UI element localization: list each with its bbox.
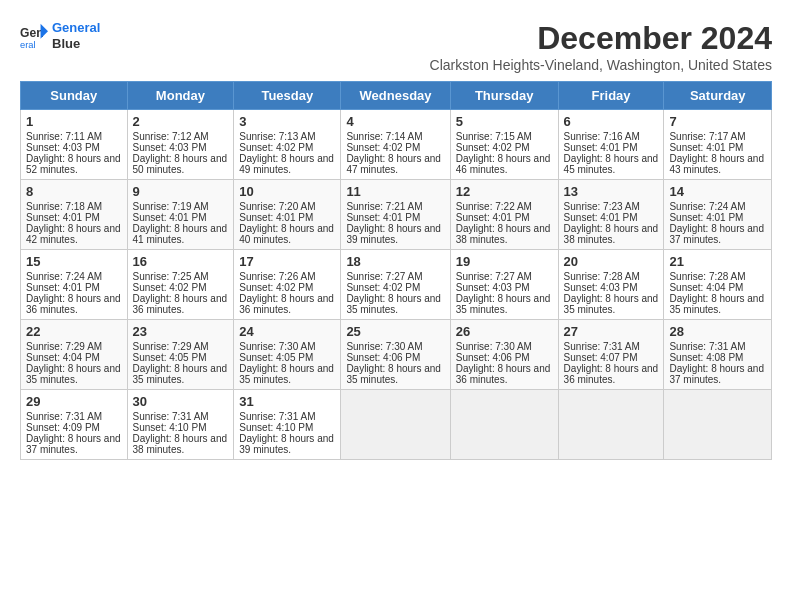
day-number: 20 xyxy=(564,254,659,269)
sunrise: Sunrise: 7:14 AM xyxy=(346,131,422,142)
sunrise: Sunrise: 7:18 AM xyxy=(26,201,102,212)
sunset: Sunset: 4:02 PM xyxy=(346,142,420,153)
sunrise: Sunrise: 7:22 AM xyxy=(456,201,532,212)
sunset: Sunset: 4:04 PM xyxy=(669,282,743,293)
day-number: 13 xyxy=(564,184,659,199)
table-row: 5Sunrise: 7:15 AMSunset: 4:02 PMDaylight… xyxy=(450,110,558,180)
location-subtitle: Clarkston Heights-Vineland, Washington, … xyxy=(430,57,772,73)
table-row: 24Sunrise: 7:30 AMSunset: 4:05 PMDayligh… xyxy=(234,320,341,390)
sunrise: Sunrise: 7:29 AM xyxy=(26,341,102,352)
day-number: 24 xyxy=(239,324,335,339)
sunrise: Sunrise: 7:12 AM xyxy=(133,131,209,142)
day-number: 2 xyxy=(133,114,229,129)
svg-marker-2 xyxy=(41,23,48,38)
table-row: 14Sunrise: 7:24 AMSunset: 4:01 PMDayligh… xyxy=(664,180,772,250)
table-row: 4Sunrise: 7:14 AMSunset: 4:02 PMDaylight… xyxy=(341,110,450,180)
col-monday: Monday xyxy=(127,82,234,110)
table-row: 27Sunrise: 7:31 AMSunset: 4:07 PMDayligh… xyxy=(558,320,664,390)
page-header: Gen eral General Blue December 2024 Clar… xyxy=(20,20,772,73)
sunset: Sunset: 4:02 PM xyxy=(456,142,530,153)
daylight: Daylight: 8 hours and 36 minutes. xyxy=(456,363,551,385)
sunrise: Sunrise: 7:20 AM xyxy=(239,201,315,212)
day-number: 10 xyxy=(239,184,335,199)
daylight: Daylight: 8 hours and 46 minutes. xyxy=(456,153,551,175)
table-row: 11Sunrise: 7:21 AMSunset: 4:01 PMDayligh… xyxy=(341,180,450,250)
table-row: 31Sunrise: 7:31 AMSunset: 4:10 PMDayligh… xyxy=(234,390,341,460)
table-row: 9Sunrise: 7:19 AMSunset: 4:01 PMDaylight… xyxy=(127,180,234,250)
sunset: Sunset: 4:10 PM xyxy=(133,422,207,433)
day-number: 1 xyxy=(26,114,122,129)
sunset: Sunset: 4:01 PM xyxy=(669,212,743,223)
calendar-header: Sunday Monday Tuesday Wednesday Thursday… xyxy=(21,82,772,110)
calendar-week-2: 8Sunrise: 7:18 AMSunset: 4:01 PMDaylight… xyxy=(21,180,772,250)
day-number: 14 xyxy=(669,184,766,199)
table-row: 7Sunrise: 7:17 AMSunset: 4:01 PMDaylight… xyxy=(664,110,772,180)
daylight: Daylight: 8 hours and 40 minutes. xyxy=(239,223,334,245)
table-row: 19Sunrise: 7:27 AMSunset: 4:03 PMDayligh… xyxy=(450,250,558,320)
table-row: 16Sunrise: 7:25 AMSunset: 4:02 PMDayligh… xyxy=(127,250,234,320)
table-row: 6Sunrise: 7:16 AMSunset: 4:01 PMDaylight… xyxy=(558,110,664,180)
table-row: 28Sunrise: 7:31 AMSunset: 4:08 PMDayligh… xyxy=(664,320,772,390)
title-block: December 2024 Clarkston Heights-Vineland… xyxy=(430,20,772,73)
sunrise: Sunrise: 7:13 AM xyxy=(239,131,315,142)
sunset: Sunset: 4:01 PM xyxy=(456,212,530,223)
calendar-body: 1Sunrise: 7:11 AMSunset: 4:03 PMDaylight… xyxy=(21,110,772,460)
svg-text:Gen: Gen xyxy=(20,26,44,40)
table-row xyxy=(558,390,664,460)
sunrise: Sunrise: 7:30 AM xyxy=(346,341,422,352)
sunset: Sunset: 4:01 PM xyxy=(564,142,638,153)
sunrise: Sunrise: 7:23 AM xyxy=(564,201,640,212)
day-number: 6 xyxy=(564,114,659,129)
daylight: Daylight: 8 hours and 49 minutes. xyxy=(239,153,334,175)
table-row: 23Sunrise: 7:29 AMSunset: 4:05 PMDayligh… xyxy=(127,320,234,390)
day-number: 29 xyxy=(26,394,122,409)
sunset: Sunset: 4:01 PM xyxy=(669,142,743,153)
sunrise: Sunrise: 7:25 AM xyxy=(133,271,209,282)
sunrise: Sunrise: 7:11 AM xyxy=(26,131,102,142)
calendar-week-3: 15Sunrise: 7:24 AMSunset: 4:01 PMDayligh… xyxy=(21,250,772,320)
day-number: 25 xyxy=(346,324,444,339)
calendar-week-4: 22Sunrise: 7:29 AMSunset: 4:04 PMDayligh… xyxy=(21,320,772,390)
daylight: Daylight: 8 hours and 39 minutes. xyxy=(239,433,334,455)
daylight: Daylight: 8 hours and 43 minutes. xyxy=(669,153,764,175)
table-row: 30Sunrise: 7:31 AMSunset: 4:10 PMDayligh… xyxy=(127,390,234,460)
daylight: Daylight: 8 hours and 37 minutes. xyxy=(26,433,121,455)
day-number: 18 xyxy=(346,254,444,269)
sunset: Sunset: 4:06 PM xyxy=(346,352,420,363)
table-row: 26Sunrise: 7:30 AMSunset: 4:06 PMDayligh… xyxy=(450,320,558,390)
day-number: 16 xyxy=(133,254,229,269)
table-row: 18Sunrise: 7:27 AMSunset: 4:02 PMDayligh… xyxy=(341,250,450,320)
col-saturday: Saturday xyxy=(664,82,772,110)
sunrise: Sunrise: 7:30 AM xyxy=(456,341,532,352)
day-number: 26 xyxy=(456,324,553,339)
sunset: Sunset: 4:03 PM xyxy=(564,282,638,293)
day-number: 4 xyxy=(346,114,444,129)
table-row: 25Sunrise: 7:30 AMSunset: 4:06 PMDayligh… xyxy=(341,320,450,390)
sunrise: Sunrise: 7:27 AM xyxy=(346,271,422,282)
daylight: Daylight: 8 hours and 38 minutes. xyxy=(133,433,228,455)
col-tuesday: Tuesday xyxy=(234,82,341,110)
table-row: 12Sunrise: 7:22 AMSunset: 4:01 PMDayligh… xyxy=(450,180,558,250)
day-number: 9 xyxy=(133,184,229,199)
daylight: Daylight: 8 hours and 35 minutes. xyxy=(346,363,441,385)
daylight: Daylight: 8 hours and 37 minutes. xyxy=(669,223,764,245)
sunset: Sunset: 4:10 PM xyxy=(239,422,313,433)
calendar-week-1: 1Sunrise: 7:11 AMSunset: 4:03 PMDaylight… xyxy=(21,110,772,180)
sunset: Sunset: 4:03 PM xyxy=(456,282,530,293)
daylight: Daylight: 8 hours and 36 minutes. xyxy=(26,293,121,315)
month-title: December 2024 xyxy=(430,20,772,57)
sunset: Sunset: 4:01 PM xyxy=(26,282,100,293)
day-number: 8 xyxy=(26,184,122,199)
sunset: Sunset: 4:02 PM xyxy=(239,282,313,293)
sunset: Sunset: 4:05 PM xyxy=(133,352,207,363)
daylight: Daylight: 8 hours and 38 minutes. xyxy=(564,223,659,245)
sunset: Sunset: 4:05 PM xyxy=(239,352,313,363)
daylight: Daylight: 8 hours and 38 minutes. xyxy=(456,223,551,245)
daylight: Daylight: 8 hours and 52 minutes. xyxy=(26,153,121,175)
daylight: Daylight: 8 hours and 50 minutes. xyxy=(133,153,228,175)
daylight: Daylight: 8 hours and 45 minutes. xyxy=(564,153,659,175)
table-row: 3Sunrise: 7:13 AMSunset: 4:02 PMDaylight… xyxy=(234,110,341,180)
logo: Gen eral General Blue xyxy=(20,20,100,51)
table-row: 8Sunrise: 7:18 AMSunset: 4:01 PMDaylight… xyxy=(21,180,128,250)
col-wednesday: Wednesday xyxy=(341,82,450,110)
